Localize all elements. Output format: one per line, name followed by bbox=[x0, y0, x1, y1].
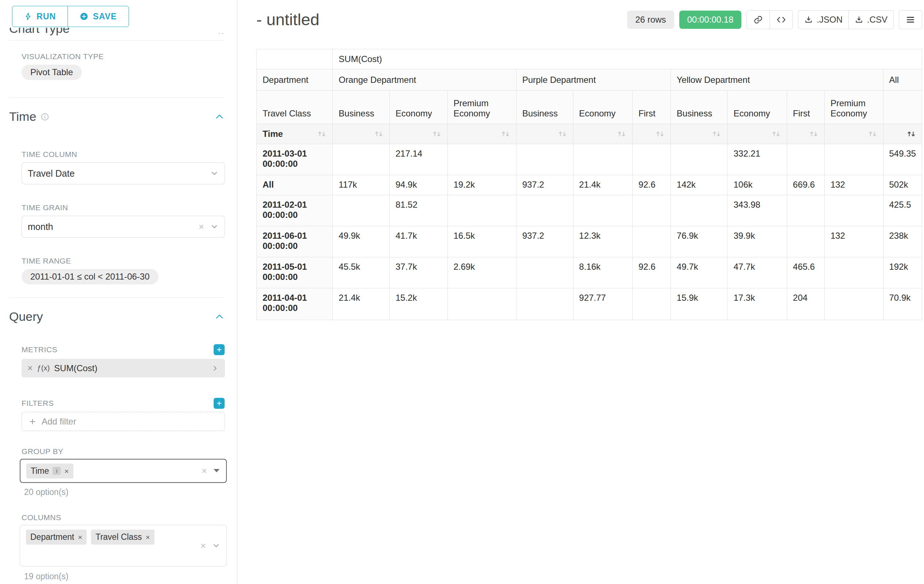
plus-circle-icon bbox=[79, 12, 88, 21]
value-cell: 549.35 bbox=[883, 144, 922, 175]
time-range-pill[interactable]: 2011-01-01 ≤ col < 2011-06-30 bbox=[21, 269, 158, 285]
pivot-table-container: SUM(Cost)DepartmentOrange DepartmentPurp… bbox=[256, 49, 922, 320]
hamburger-menu-icon bbox=[906, 15, 915, 25]
group-by-tag-time[interactable]: Time i × bbox=[26, 464, 73, 479]
add-filter-placeholder: Add filter bbox=[42, 416, 76, 427]
column-sort-header[interactable] bbox=[824, 124, 883, 144]
columns-options-hint: 19 option(s) bbox=[24, 572, 237, 581]
embed-code-button[interactable] bbox=[769, 10, 793, 29]
chevron-down-icon bbox=[210, 169, 219, 178]
chart-title[interactable]: - untitled bbox=[256, 10, 320, 29]
value-cell: 39.9k bbox=[728, 226, 787, 257]
time-grain-label: TIME GRAIN bbox=[21, 203, 237, 212]
column-sort-header[interactable] bbox=[516, 124, 573, 144]
value-cell: 217.14 bbox=[389, 144, 447, 175]
chevron-up-icon[interactable] bbox=[214, 112, 224, 122]
columns-tag-department[interactable]: Department × bbox=[26, 530, 87, 545]
add-filter-plus-button[interactable]: + bbox=[214, 398, 224, 409]
column-sort-header[interactable] bbox=[670, 124, 728, 144]
run-button[interactable]: RUN bbox=[12, 6, 68, 27]
value-cell: 12.3k bbox=[573, 226, 632, 257]
row-label: 2011-06-01 00:00:00 bbox=[257, 226, 333, 257]
add-metric-button[interactable]: + bbox=[214, 344, 224, 355]
travel-class-header: Premium Economy bbox=[447, 90, 516, 124]
column-sort-header[interactable] bbox=[728, 124, 787, 144]
remove-tag-icon[interactable]: × bbox=[64, 467, 69, 475]
tag-label: Time bbox=[31, 466, 49, 476]
value-cell: 37.7k bbox=[389, 257, 447, 288]
value-cell bbox=[447, 288, 516, 320]
remove-tag-icon[interactable]: × bbox=[145, 533, 150, 541]
column-sort-header[interactable] bbox=[447, 124, 516, 144]
metric-name: SUM(Cost) bbox=[54, 363, 97, 373]
query-section-title: Query bbox=[9, 309, 43, 324]
value-cell: 41.7k bbox=[389, 226, 447, 257]
remove-tag-icon[interactable]: × bbox=[78, 533, 82, 541]
column-sort-header[interactable] bbox=[787, 124, 825, 144]
column-sort-header[interactable] bbox=[333, 124, 390, 144]
sort-icon bbox=[771, 129, 781, 139]
value-cell: 2.69k bbox=[447, 257, 516, 288]
query-section-header: Query bbox=[9, 309, 224, 324]
value-cell: 937.2 bbox=[516, 226, 573, 257]
columns-select[interactable]: Department × Travel Class × × bbox=[20, 525, 227, 566]
column-sort-header[interactable] bbox=[389, 124, 447, 144]
remove-metric-icon[interactable]: × bbox=[27, 364, 33, 373]
save-button[interactable]: SAVE bbox=[68, 6, 129, 27]
export-csv-button[interactable]: .CSV bbox=[848, 10, 894, 29]
copy-link-button[interactable] bbox=[746, 10, 770, 29]
clear-icon[interactable]: × bbox=[201, 541, 206, 550]
export-json-button[interactable]: .JSON bbox=[798, 10, 849, 29]
more-options-button[interactable] bbox=[899, 10, 922, 29]
time-sort-header[interactable]: Time bbox=[257, 124, 333, 144]
query-timer-badge: 00:00:00.18 bbox=[679, 11, 742, 29]
value-cell bbox=[670, 195, 728, 226]
time-column-select[interactable]: Travel Date bbox=[21, 163, 225, 184]
code-icon bbox=[776, 15, 786, 25]
value-cell: 332.21 bbox=[728, 144, 787, 175]
chevron-down-icon bbox=[212, 541, 221, 550]
metric-pill[interactable]: × ƒ(x) SUM(Cost) bbox=[21, 359, 225, 377]
export-json-label: .JSON bbox=[817, 15, 843, 25]
value-cell: 117k bbox=[333, 175, 390, 195]
group-by-select[interactable]: Time i × × bbox=[20, 459, 227, 483]
chevron-up-icon[interactable] bbox=[214, 312, 224, 322]
visualization-type-pill[interactable]: Pivot Table bbox=[21, 64, 82, 80]
clear-icon[interactable]: × bbox=[199, 222, 204, 231]
value-cell: 70.9k bbox=[883, 288, 922, 320]
clear-icon[interactable]: × bbox=[201, 466, 207, 475]
save-button-label: SAVE bbox=[93, 12, 117, 21]
sort-icon bbox=[868, 129, 877, 139]
group-by-options-hint: 20 option(s) bbox=[24, 487, 237, 497]
run-save-button-group: RUN SAVE bbox=[0, 0, 237, 27]
tag-label: Travel Class bbox=[95, 532, 142, 542]
chevron-down-icon bbox=[210, 222, 219, 231]
value-cell: 132 bbox=[824, 226, 883, 257]
time-section-title: Time bbox=[9, 110, 36, 124]
value-cell: 465.6 bbox=[787, 257, 825, 288]
info-icon: i bbox=[53, 467, 61, 475]
chart-type-heading: Chart Type bbox=[9, 28, 70, 39]
department-group-header: Yellow Department bbox=[670, 69, 883, 90]
all-sort-header-active[interactable] bbox=[883, 124, 922, 144]
columns-tag-travel-class[interactable]: Travel Class × bbox=[91, 530, 154, 545]
value-cell: 76.9k bbox=[670, 226, 728, 257]
travel-class-header: Economy bbox=[728, 90, 787, 124]
column-sort-header[interactable] bbox=[632, 124, 671, 144]
run-button-label: RUN bbox=[36, 12, 56, 21]
column-sort-header[interactable] bbox=[573, 124, 632, 144]
corner-cell bbox=[257, 49, 333, 69]
value-cell: 8.16k bbox=[573, 257, 632, 288]
add-filter-box[interactable]: Add filter bbox=[21, 412, 225, 431]
travel-class-header: Business bbox=[670, 90, 728, 124]
travel-class-axis-label: Travel Class bbox=[257, 90, 333, 124]
section-divider bbox=[9, 40, 224, 41]
value-cell: 19.2k bbox=[447, 175, 516, 195]
value-cell bbox=[447, 195, 516, 226]
time-grain-select[interactable]: month × bbox=[21, 216, 225, 238]
sort-icon bbox=[558, 129, 567, 139]
group-by-label: GROUP BY bbox=[21, 447, 237, 456]
sort-icon bbox=[809, 129, 818, 139]
department-axis-label: Department bbox=[257, 69, 333, 90]
visualization-type-label: VISUALIZATION TYPE bbox=[21, 52, 237, 61]
